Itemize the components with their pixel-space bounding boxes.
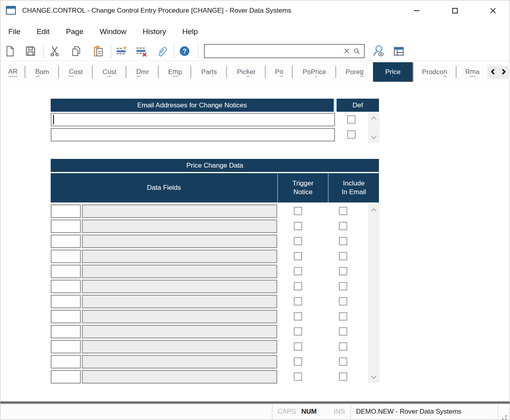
data-field-code-input[interactable] — [51, 355, 81, 368]
include-in-email-checkbox[interactable] — [339, 357, 347, 366]
paste-button[interactable] — [92, 44, 105, 58]
search-icon[interactable] — [353, 48, 360, 55]
data-field-code-input[interactable] — [51, 250, 81, 263]
trigger-notice-checkbox[interactable] — [294, 357, 302, 366]
trigger-notice-checkbox[interactable] — [294, 267, 302, 275]
copy-button[interactable] — [70, 44, 82, 58]
trigger-notice-checkbox[interactable] — [294, 372, 302, 381]
tab-poprice[interactable]: PoPrice — [293, 62, 336, 82]
include-in-email-checkbox[interactable] — [339, 282, 347, 290]
email-row — [51, 128, 335, 141]
include-in-email-checkbox[interactable] — [339, 252, 347, 260]
record-lookup-button[interactable] — [372, 44, 384, 58]
tab-label: D — [136, 68, 141, 76]
minimize-button[interactable] — [405, 0, 428, 21]
tab-emp[interactable]: Emp — [159, 62, 191, 82]
layout-icon — [393, 45, 405, 57]
price-grid-row — [51, 204, 368, 220]
tab-poreg[interactable]: Poreg — [336, 62, 373, 82]
trigger-notice-checkbox[interactable] — [294, 237, 302, 245]
include-in-email-checkbox[interactable] — [339, 267, 347, 275]
scroll-up-icon[interactable] — [371, 116, 377, 120]
data-field-code-input[interactable] — [51, 280, 81, 293]
new-document-button[interactable] — [4, 44, 16, 58]
scroll-tabs-left-button[interactable] — [490, 69, 496, 76]
scroll-down-icon[interactable] — [371, 136, 377, 139]
email-address-input[interactable] — [51, 128, 335, 141]
include-in-email-checkbox[interactable] — [339, 312, 347, 321]
data-field-code-input[interactable] — [51, 235, 81, 248]
include-in-email-checkbox[interactable] — [339, 372, 347, 381]
data-field-code-input[interactable] — [51, 295, 81, 308]
menu-window[interactable]: Window — [100, 27, 127, 36]
tab-po[interactable]: Po — [266, 62, 293, 82]
price-grid-row — [51, 250, 368, 265]
scroll-down-icon[interactable] — [371, 375, 377, 379]
include-in-email-checkbox[interactable] — [339, 342, 347, 351]
include-in-email-checkbox[interactable] — [339, 222, 347, 230]
maximize-button[interactable] — [443, 0, 466, 21]
def-checkbox[interactable] — [347, 115, 356, 124]
data-field-code-input[interactable] — [51, 204, 81, 218]
save-button[interactable] — [24, 44, 37, 58]
paste-icon — [92, 45, 104, 57]
window-icon[interactable] — [6, 6, 16, 15]
toolbar-separator — [111, 44, 111, 58]
include-label-line1: Include — [343, 179, 365, 188]
trigger-notice-checkbox[interactable] — [294, 222, 302, 230]
tab-picker[interactable]: Picker — [227, 62, 266, 82]
cut-button[interactable] — [48, 44, 61, 58]
trigger-notice-checkbox[interactable] — [294, 282, 302, 290]
include-in-email-checkbox[interactable] — [339, 207, 347, 215]
scroll-up-icon[interactable] — [371, 208, 377, 212]
help-button[interactable]: ? — [178, 44, 191, 58]
tab-prodcon[interactable]: Prodcon — [413, 62, 457, 82]
trigger-notice-checkbox[interactable] — [294, 327, 302, 336]
menu-help[interactable]: Help — [182, 27, 198, 36]
tab-ar[interactable]: AR — [0, 62, 25, 82]
tab-label: C — [69, 68, 74, 76]
data-field-code-input[interactable] — [51, 340, 81, 353]
tab-rma[interactable]: Rma — [457, 62, 488, 82]
resize-grip[interactable] — [505, 415, 507, 417]
close-button[interactable] — [481, 0, 504, 21]
insert-row-button[interactable] — [115, 44, 128, 58]
tab-cust[interactable]: Cust — [93, 62, 126, 82]
status-separator — [272, 405, 272, 420]
trigger-notice-checkbox[interactable] — [294, 207, 302, 215]
tab-label: ost — [74, 68, 83, 76]
trigger-notice-checkbox[interactable] — [294, 342, 302, 351]
clear-search-icon[interactable] — [344, 48, 350, 54]
menu-page[interactable]: Page — [66, 27, 83, 36]
def-checkbox[interactable] — [347, 130, 356, 139]
include-in-email-checkbox[interactable] — [339, 237, 347, 245]
menu-edit[interactable]: Edit — [37, 27, 50, 36]
status-separator — [498, 405, 498, 420]
tab-cost[interactable]: Cost — [59, 62, 93, 82]
tab-dmr[interactable]: Dmr — [126, 62, 159, 82]
layout-button[interactable] — [392, 44, 405, 58]
data-field-code-input[interactable] — [51, 310, 81, 323]
attachment-button[interactable] — [156, 44, 168, 58]
email-address-input[interactable] — [51, 113, 335, 126]
data-field-code-input[interactable] — [51, 265, 81, 278]
tab-bom[interactable]: Bom — [25, 62, 59, 82]
data-field-description — [82, 280, 277, 293]
trigger-notice-checkbox[interactable] — [294, 252, 302, 260]
ins-indicator: INS — [334, 404, 345, 420]
tab-parts[interactable]: Parts — [191, 62, 227, 82]
help-icon: ? — [179, 45, 190, 57]
include-in-email-checkbox[interactable] — [339, 297, 347, 305]
menu-file[interactable]: File — [8, 27, 21, 36]
scroll-tabs-right-button[interactable] — [501, 69, 506, 76]
delete-row-button[interactable] — [135, 44, 148, 58]
tab-price[interactable]: Price — [373, 62, 413, 82]
include-in-email-checkbox[interactable] — [339, 327, 347, 336]
menu-history[interactable]: History — [143, 27, 166, 36]
data-field-code-input[interactable] — [51, 370, 81, 384]
trigger-notice-checkbox[interactable] — [294, 297, 302, 305]
search-input[interactable] — [205, 45, 344, 57]
data-field-code-input[interactable] — [51, 325, 81, 338]
trigger-notice-checkbox[interactable] — [294, 312, 302, 321]
data-field-code-input[interactable] — [51, 220, 81, 233]
